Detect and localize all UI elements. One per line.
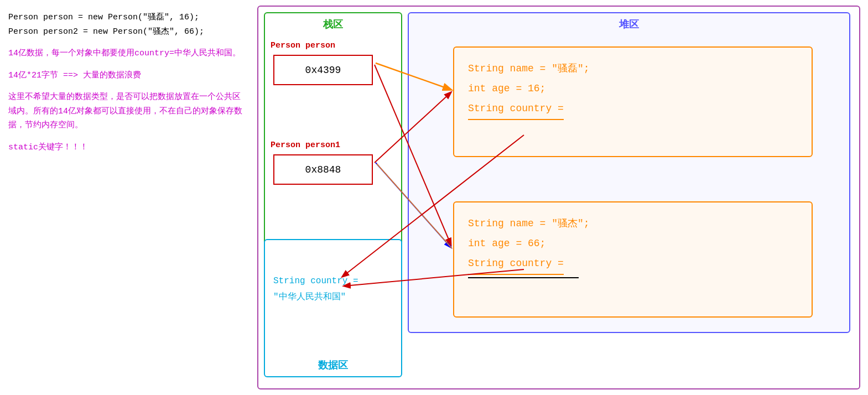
code-line-2: Person person2 = new Person("骚杰", 66); — [8, 25, 246, 39]
data-content: String country = "中华人民共和国" — [273, 273, 358, 305]
person-person1-label: Person person1 — [271, 141, 340, 150]
code-line-1: Person person = new Person("骚磊", 16); — [8, 11, 246, 24]
text-block-3: 这里不希望大量的数据类型，是否可以把数据放置在一个公共区域内。所有的14亿对象都… — [8, 90, 246, 133]
text-block-2: 14亿*21字节 ==> 大量的数据浪费 — [8, 69, 246, 83]
data-label: 数据区 — [318, 358, 348, 372]
heap-obj1-line1: String name = "骚磊"; — [468, 59, 798, 79]
left-panel: Person person = new Person("骚磊", 16); Pe… — [0, 0, 254, 395]
heap-obj2-line3: String country = — [468, 253, 798, 278]
static-text: static关键字！！！ — [8, 142, 246, 152]
stack-label: 栈区 — [323, 18, 343, 31]
person-person-label: Person person — [271, 41, 335, 50]
text-block-1: 14亿数据，每一个对象中都要使用country=中华人民共和国。 — [8, 46, 246, 61]
heap-area: 堆区 String name = "骚磊"; int age = 16; Str… — [408, 12, 850, 333]
person-person1-box: 0x8848 — [273, 154, 373, 185]
heap-object-2: String name = "骚杰"; int age = 66; String… — [453, 201, 813, 318]
heap-label: 堆区 — [619, 18, 639, 31]
heap-obj2-line1: String name = "骚杰"; — [468, 214, 798, 233]
heap-obj1-line3: String country = — [468, 98, 798, 120]
heap-object-1: String name = "骚磊"; int age = 16; String… — [453, 46, 813, 157]
data-area: String country = "中华人民共和国" 数据区 — [264, 239, 402, 377]
heap-obj1-line2: int age = 16; — [468, 79, 798, 98]
person-person-box: 0x4399 — [273, 55, 373, 85]
heap-obj2-line2: int age = 66; — [468, 233, 798, 253]
diagram-area: 栈区 Person person 0x4399 Person person1 0… — [257, 6, 860, 389]
